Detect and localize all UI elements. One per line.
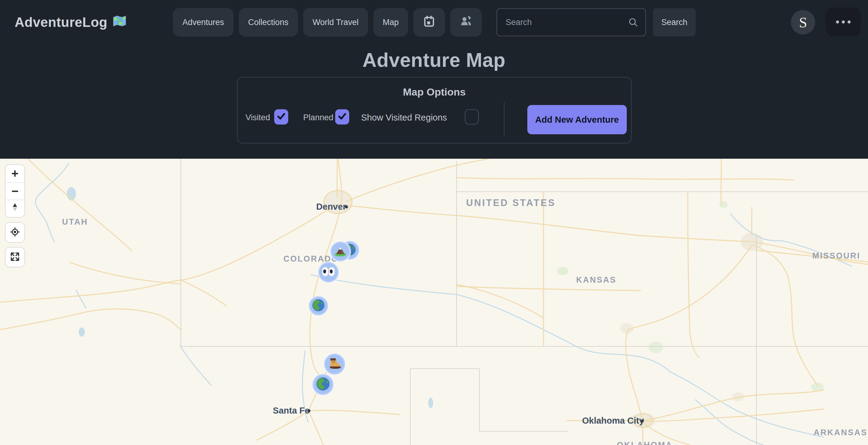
map-geolocate-control xyxy=(5,223,24,242)
nav-collections[interactable]: Collections xyxy=(239,8,298,37)
map-options-card: Map Options Visited Planned Show Visited… xyxy=(237,77,632,144)
nav-map[interactable]: Map xyxy=(373,8,408,37)
brand-logo[interactable]: AdventureLog xyxy=(14,0,127,44)
compass-icon xyxy=(9,201,21,216)
denver-dot xyxy=(345,205,348,208)
fullscreen-icon xyxy=(8,250,22,264)
label-kansas: KANSAS xyxy=(576,275,616,285)
zoom-in-button[interactable]: + xyxy=(5,165,24,182)
users-button[interactable] xyxy=(450,8,482,37)
label-oklahoma-city: Oklahoma City xyxy=(582,416,644,426)
check-icon xyxy=(276,111,286,123)
nav-adventures[interactable]: Adventures xyxy=(173,8,234,37)
map-canvas[interactable]: UNITED STATES UTAH COLORADO KANSAS MISSO… xyxy=(0,159,868,445)
world-map-emoji xyxy=(112,14,127,31)
label-arkansas: ARKANSAS xyxy=(813,428,867,437)
show-visited-regions-checkbox[interactable] xyxy=(465,109,479,124)
nav-world-travel[interactable]: World Travel xyxy=(303,8,368,37)
show-visited-regions-label: Show Visited Regions xyxy=(361,111,447,124)
label-oklahoma: OKLAHOMA xyxy=(617,440,673,445)
fullscreen-button[interactable] xyxy=(5,247,24,267)
options-divider xyxy=(504,102,504,136)
map-options-heading: Map Options xyxy=(238,86,631,98)
marker-globe-santa-fe[interactable] xyxy=(312,374,334,395)
oklahoma-city-dot xyxy=(641,419,644,422)
planned-label: Planned xyxy=(303,111,333,124)
avatar[interactable]: S xyxy=(791,10,815,34)
page-title: Adventure Map xyxy=(0,49,868,71)
label-missouri: MISSOURI xyxy=(812,251,860,261)
overflow-menu-button[interactable] xyxy=(826,8,861,36)
label-utah: UTAH xyxy=(62,217,88,227)
users-icon xyxy=(459,14,473,31)
planned-checkbox[interactable] xyxy=(335,109,349,124)
zoom-out-button[interactable]: − xyxy=(5,182,24,200)
geolocate-button[interactable] xyxy=(5,223,24,242)
calendar-button[interactable] xyxy=(413,8,445,37)
map-basemap-decor xyxy=(0,159,868,445)
label-santa-fe: Santa Fe xyxy=(273,406,310,416)
visited-label: Visited xyxy=(246,111,270,124)
marker-mountain[interactable] xyxy=(330,241,350,262)
brand-name: AdventureLog xyxy=(14,14,107,30)
ellipsis-icon xyxy=(836,21,850,24)
label-denver: Denver xyxy=(316,202,346,212)
marker-hiking-boot[interactable] xyxy=(324,353,345,375)
hiking-boot-emoji xyxy=(327,356,342,373)
santa-fe-dot xyxy=(307,409,310,412)
label-united-states: UNITED STATES xyxy=(466,198,556,208)
marker-eyes[interactable] xyxy=(318,262,339,283)
globe-emoji xyxy=(311,298,326,314)
check-icon xyxy=(337,111,347,123)
search-input[interactable] xyxy=(497,8,646,36)
avatar-initial: S xyxy=(799,14,807,31)
globe-emoji xyxy=(315,376,331,393)
compass-button[interactable] xyxy=(5,200,24,217)
add-new-adventure-button[interactable]: Add New Adventure xyxy=(527,105,627,134)
calendar-icon xyxy=(422,14,436,31)
mountain-emoji xyxy=(333,243,348,260)
adventurelog-app: AdventureLog Adventures Collections Worl… xyxy=(0,0,868,445)
eyes-emoji xyxy=(321,264,336,280)
geolocate-icon xyxy=(8,225,22,240)
marker-globe-colorado[interactable] xyxy=(309,296,328,316)
primary-nav: Adventures Collections World Travel Map xyxy=(173,8,482,37)
navbar: AdventureLog Adventures Collections Worl… xyxy=(0,0,868,44)
map-fullscreen-control xyxy=(5,247,24,267)
search-button[interactable]: Search xyxy=(653,8,696,36)
map-zoom-control: + − xyxy=(5,165,24,217)
search-field-wrap xyxy=(497,8,646,36)
visited-checkbox[interactable] xyxy=(274,109,288,124)
